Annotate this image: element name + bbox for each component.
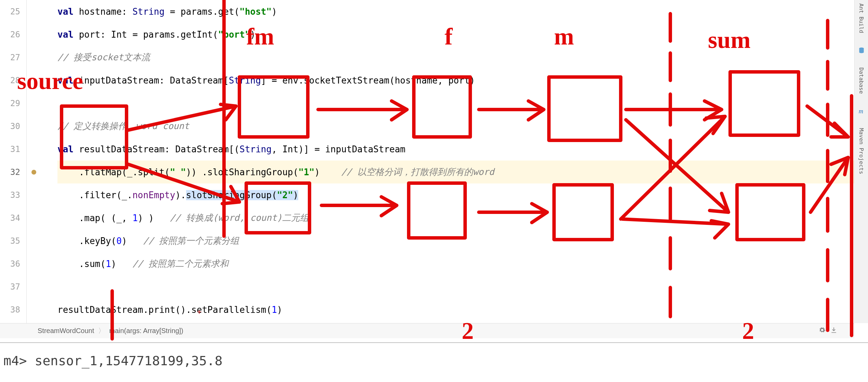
token-plain: ) <box>272 7 277 17</box>
line-number: 30 <box>0 115 26 138</box>
token-sel: slotSharingGroup( <box>186 190 277 200</box>
code-line[interactable]: resultDataStream.print().setParallelism(… <box>57 298 868 321</box>
token-str: "1" <box>298 167 314 177</box>
token-num: 1 <box>132 213 138 223</box>
line-number: 38 <box>0 298 26 321</box>
tab-maven[interactable]: Maven Projects <box>858 128 865 174</box>
token-num: 1 <box>106 259 111 269</box>
token-cmt: // 定义转换操作，word count <box>57 120 189 132</box>
token-plain: port: Int = params.getInt( <box>79 29 218 40</box>
maven-icon: m <box>858 107 865 114</box>
token-plain: .filter(_. <box>79 190 133 200</box>
line-number: 32 <box>0 161 26 183</box>
token-cmt: // 接受socket文本流 <box>57 51 150 63</box>
token-cmt: // 转换成(word, count)二元组 <box>170 212 309 224</box>
line-number: 35 <box>0 229 26 252</box>
code-line[interactable]: // 接受socket文本流 <box>57 46 868 69</box>
token-plain: .keyBy( <box>79 236 117 246</box>
line-number: 33 <box>0 183 26 206</box>
token-str: "2" <box>277 190 293 200</box>
line-number: 25 <box>0 0 26 23</box>
token-plain: ) <box>122 236 143 246</box>
download-icon[interactable] <box>830 327 837 335</box>
token-plain: .flatMap(_.split( <box>79 167 170 177</box>
code-line[interactable]: .flatMap(_.split(" ")) .slotSharingGroup… <box>57 161 868 183</box>
token-str: "port" <box>218 29 250 40</box>
token-cmt: // 按照第一个元素分组 <box>143 235 239 247</box>
code-line[interactable]: // 定义转换操作，word count <box>57 115 868 138</box>
token-plain: hostname: <box>79 7 133 17</box>
token-plain: ) <box>314 167 341 177</box>
token-plain: ] = env.socketTextStream(hostname, port) <box>261 75 475 86</box>
token-str: "host" <box>239 7 272 17</box>
token-plain: ) <box>250 29 256 40</box>
code-area[interactable]: + val hostname: String = params.get("hos… <box>27 0 868 323</box>
breadcrumb-item[interactable]: main(args: Array[String]) <box>109 327 183 335</box>
token-plain: ). <box>175 190 186 200</box>
token-plain: , Int)] = inputDataStream <box>272 144 405 154</box>
code-line[interactable]: val port: Int = params.getInt("port") <box>57 23 868 46</box>
token-kw: val <box>57 75 79 86</box>
token-ident: nonEmpty <box>132 190 175 200</box>
token-plain: resultDataStream: DataStream[( <box>79 144 240 154</box>
breadcrumb-item[interactable]: StreamWordCount <box>38 327 94 335</box>
token-plain: inputDataStream: DataStream[ <box>79 75 229 86</box>
token-kw: val <box>57 29 79 40</box>
code-line[interactable]: val hostname: String = params.get("host"… <box>57 0 868 23</box>
token-plain: .map( (_, <box>79 213 133 223</box>
line-number: 29 <box>0 92 26 115</box>
terminal-output[interactable]: m4> sensor_1,1547718199,35.8 <box>0 342 868 382</box>
code-line[interactable]: val resultDataStream: DataStream[(String… <box>57 138 868 161</box>
chevron-right-icon: 〉 <box>98 326 105 335</box>
database-icon <box>858 47 865 54</box>
caret-marker: + <box>197 307 201 316</box>
code-line[interactable]: val inputDataStream: DataStream[String] … <box>57 69 868 92</box>
token-str: " " <box>170 167 186 177</box>
tab-ant-build[interactable]: Ant Build <box>858 3 865 33</box>
line-number: 36 <box>0 252 26 275</box>
line-number: 27 <box>0 46 26 69</box>
token-kw: val <box>57 144 79 154</box>
token-plain: .sum( <box>79 259 106 269</box>
code-line[interactable]: .filter(_.nonEmpty).slotSharingGroup("2"… <box>57 183 868 206</box>
line-number: 37 <box>0 275 26 298</box>
token-plain: resultDataStream.print().setParallelism( <box>57 305 272 315</box>
token-plain: ) ) <box>138 213 170 223</box>
code-line[interactable]: .keyBy(0) // 按照第一个元素分组 <box>57 229 868 252</box>
editor[interactable]: 2526272829303132333435363738 + val hostn… <box>0 0 868 323</box>
gear-icon[interactable] <box>819 327 826 335</box>
token-type: String <box>132 7 165 17</box>
token-plain: ) <box>277 305 282 315</box>
line-number: 26 <box>0 23 26 46</box>
code-line[interactable]: .sum(1) // 按照第二个元素求和 <box>57 252 868 275</box>
line-number: 34 <box>0 206 26 229</box>
token-num: 1 <box>272 305 277 315</box>
token-kw: val <box>57 7 79 17</box>
code-line[interactable] <box>57 92 868 115</box>
token-num: 0 <box>116 236 122 246</box>
token-type: String <box>239 144 272 154</box>
line-number: 28 <box>0 69 26 92</box>
code-line[interactable] <box>57 275 868 298</box>
breadcrumb: StreamWordCount 〉 main(args: Array[Strin… <box>0 323 854 338</box>
token-type: String <box>229 75 261 86</box>
token-cmt: // 以空格分词，打散得到所有的word <box>341 166 495 178</box>
token-plain: = params.get( <box>165 7 239 17</box>
token-plain: )) .slotSharingGroup( <box>186 167 299 177</box>
svg-text:m: m <box>858 107 863 114</box>
terminal-line: m4> sensor_1,1547718199,35.8 <box>3 353 223 368</box>
token-cmt: // 按照第二个元素求和 <box>132 258 228 270</box>
code-line[interactable]: .map( (_, 1) ) // 转换成(word, count)二元组 <box>57 206 868 229</box>
token-sel: ) <box>293 190 299 200</box>
line-number-gutter: 2526272829303132333435363738 <box>0 0 27 323</box>
token-plain: ) <box>111 259 133 269</box>
right-toolbar: Ant Build Database m Maven Projects <box>854 0 868 323</box>
tab-database[interactable]: Database <box>858 67 865 94</box>
line-number: 31 <box>0 138 26 161</box>
